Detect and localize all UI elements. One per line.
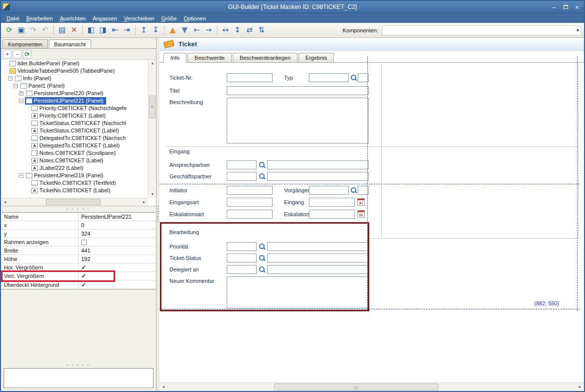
eingangsart-input[interactable] [227,198,273,207]
scroll-left-icon[interactable]: ◄ [159,384,167,391]
align-right-button[interactable]: ⇥ [121,24,133,36]
checkbox-unchecked[interactable] [81,240,87,245]
form-tab-beschwerde[interactable]: Beschwerde [187,53,232,62]
move-right-button[interactable]: → [203,24,214,36]
tab-baumansicht[interactable]: Baumansicht [49,39,92,48]
property-row-y[interactable]: y324 [1,230,155,238]
tree-hscroll-thumb[interactable] [46,199,101,205]
eskalationsart-input[interactable] [227,210,273,219]
lookup-icon[interactable] [259,173,266,180]
tree-vscroll-thumb[interactable]: ≡ [149,96,155,119]
menu-ausrichten[interactable]: Ausrichten [56,15,89,21]
undo-button[interactable]: ↶ [39,24,51,36]
expand-icon[interactable]: + [19,91,23,96]
expand-all-button[interactable]: + [3,50,11,58]
collapse-all-button[interactable]: − [13,50,21,58]
tree-item[interactable]: VetoableTabbedPane505 (TabbedPane) [1,67,148,75]
horizontal-splitter-2[interactable]: • • • • • [1,362,156,368]
lookup-icon[interactable] [259,266,266,273]
menu-optionen[interactable]: Optionen [180,15,210,21]
calendar-icon[interactable]: 31 [357,198,365,206]
align-top-button[interactable]: ↥ [138,24,149,36]
form-tab-beschwerdeanliegen[interactable]: Beschwerdeanliegen [233,53,297,62]
property-value[interactable]: 441 [79,248,155,254]
maximize-button[interactable] [561,3,571,11]
tree-refresh-button[interactable]: ⟳ [23,50,31,58]
menu-bearbeiten[interactable]: Bearbeiten [23,15,56,21]
tree-item[interactable]: ADelegatedTo.C98TICKET (Label) [1,142,148,149]
lookup-icon[interactable] [350,74,357,81]
refresh-button[interactable]: ⟳ [3,24,15,36]
ticket-nr-input[interactable] [227,73,273,82]
delegiert-an-input[interactable] [227,265,257,274]
tab-komponenten[interactable]: Komponenten [2,39,48,48]
menu-anpassen[interactable]: Anpassen [89,15,121,21]
property-row-rahmen-anzeigen[interactable]: Rahmen anzeigen [1,238,155,247]
send-to-back-button[interactable]: ◨ [97,24,109,36]
same-height-button[interactable]: ↕ [232,24,243,36]
delete-component-button[interactable]: ✕ [68,24,80,36]
lookup-icon[interactable] [259,243,266,250]
scroll-right-icon[interactable]: ► [140,199,148,206]
tree-item[interactable]: Priority.C98TICKET (Nachschlagefe [1,105,148,112]
tree-item[interactable]: −Panel1 (Panel) [1,82,148,90]
form-tab-ergebnis[interactable]: Ergebnis [298,53,334,62]
property-row-hor-vergrößern[interactable]: Hor. Vergrößern✓ [1,263,155,272]
property-value[interactable]: ✓ [79,264,155,271]
scroll-up-icon[interactable]: ▲ [148,60,156,67]
designer-horizontal-scrollbar[interactable]: ◄ ||| ► [159,383,584,391]
calendar-icon[interactable]: 31 [357,210,365,218]
prioritaet-text-input[interactable] [267,242,369,251]
property-value[interactable]: PersistentJPanel221 [79,214,155,220]
new-component-button[interactable]: ▤ [56,24,68,36]
menu-verschieben[interactable]: Verschieben [121,15,158,21]
tree-horizontal-scrollbar[interactable]: ◄ ► [1,198,148,206]
ticket-status-input[interactable] [227,254,257,262]
property-row-x[interactable]: x0 [1,221,155,230]
geschaeftspartner-input[interactable] [227,172,257,181]
property-value[interactable]: 0 [79,222,155,228]
tree-item[interactable]: −Info (Panel) [1,75,148,82]
pin-button[interactable]: ▼ [179,24,190,36]
scroll-down-icon[interactable]: ▼ [148,191,156,198]
property-row-höhe[interactable]: Höhe192 [1,255,155,263]
minimize-button[interactable]: – [549,3,559,11]
tree-item[interactable]: TicketNo.C98TICKET (Textfeld) [1,179,148,187]
bring-to-front-button[interactable]: ◧ [85,24,97,36]
property-value[interactable]: 192 [79,256,155,262]
neuer-kommentar-textarea[interactable] [227,276,369,308]
beschreibung-textarea[interactable] [227,98,369,143]
collapse-icon[interactable]: − [13,84,18,88]
tree-item[interactable]: APriority.C98TICKET (Label) [1,112,148,120]
align-left-button[interactable]: ⇤ [109,24,121,36]
save-button[interactable]: ▣ [15,24,27,36]
lookup-icon[interactable] [259,161,266,168]
tree-item[interactable]: ANotes.C98TICKET (Label) [1,157,148,164]
form-tab-info[interactable]: Info [163,53,186,63]
prioritaet-input[interactable] [227,242,257,251]
collapse-icon[interactable]: − [19,173,23,178]
tree-item[interactable]: −PersistentJPanel221 (Panel) [1,97,148,105]
geschaeftspartner-name-input[interactable] [267,172,369,181]
menu-größe[interactable]: Größe [157,15,180,21]
property-value[interactable]: ✓ [79,281,155,288]
property-value[interactable] [79,240,155,245]
tree-vertical-scrollbar[interactable]: ▲ ≡ ▼ [148,60,156,198]
typ-input[interactable] [309,73,349,82]
close-button[interactable]: × [572,3,582,11]
horizontal-splitter[interactable]: • • • • • [1,206,156,212]
initiator-input[interactable] [227,186,273,195]
tree-item[interactable]: +PersistentJPanel220 (Panel) [1,90,148,97]
scroll-right-icon[interactable]: ► [576,384,584,391]
tree-item[interactable]: AJLabel222 (Label) [1,164,148,172]
same-width-button[interactable]: ↔ [220,24,231,36]
move-left-button[interactable]: ← [191,24,202,36]
distribute-horizontal-button[interactable]: ⇄ [244,24,255,36]
distribute-vertical-button[interactable]: ⇅ [256,24,267,36]
tree-item[interactable]: ATicketNo.C98TICKET (Label) [1,187,148,194]
property-row-name[interactable]: NamePersistentJPanel221 [1,213,155,221]
scroll-left-icon[interactable]: ◄ [1,199,9,206]
tree-item[interactable]: −PersistentJPanel219 (Panel) [1,172,148,179]
property-value[interactable]: ✓ [79,272,155,279]
tree-item[interactable]: ATicketStatus.C98TICKET (Label) [1,127,148,134]
